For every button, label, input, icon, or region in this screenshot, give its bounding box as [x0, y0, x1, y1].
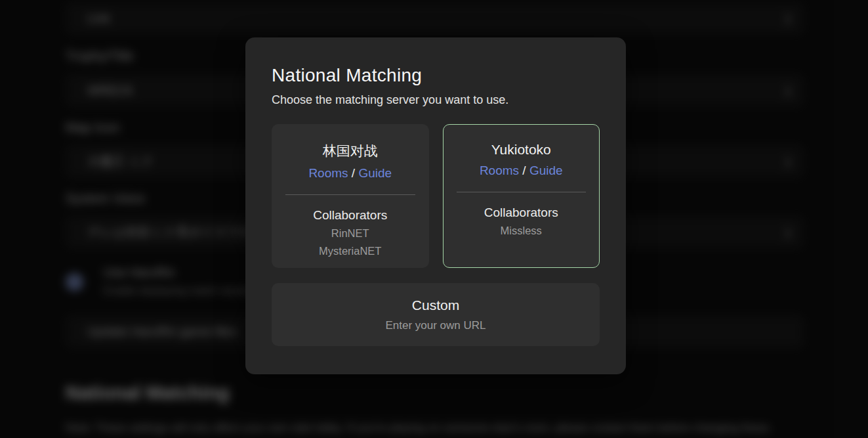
server-links: Rooms / Guide: [272, 166, 428, 181]
server-card-linguo[interactable]: 林国对战 Rooms / Guide Collaborators RinNET …: [272, 124, 429, 268]
server-name: 林国对战: [272, 142, 428, 160]
modal-title: National Matching: [272, 65, 600, 86]
modal-subtitle: Choose the matching server you want to u…: [272, 93, 600, 107]
custom-server-card[interactable]: Custom Enter your own URL: [272, 283, 600, 346]
collaborator-name: Missless: [444, 224, 600, 238]
guide-link[interactable]: Guide: [358, 166, 392, 180]
card-divider: [457, 192, 587, 192]
collaborator-name: MysteriaNET: [272, 244, 428, 258]
rooms-link[interactable]: Rooms: [480, 164, 519, 177]
server-options-grid: 林国对战 Rooms / Guide Collaborators RinNET …: [272, 124, 600, 268]
custom-card-title: Custom: [272, 297, 600, 313]
national-matching-modal: National Matching Choose the matching se…: [245, 37, 626, 374]
server-card-yukiotoko[interactable]: Yukiotoko Rooms / Guide Collaborators Mi…: [443, 124, 600, 268]
guide-link[interactable]: Guide: [529, 164, 563, 177]
collaborators-label: Collaborators: [444, 206, 600, 220]
card-divider: [285, 194, 415, 195]
custom-card-subtitle: Enter your own URL: [272, 319, 600, 332]
collaborator-name: RinNET: [272, 227, 428, 240]
server-links: Rooms / Guide: [444, 164, 600, 178]
link-separator: /: [519, 164, 529, 177]
link-separator: /: [348, 166, 359, 180]
server-name: Yukiotoko: [444, 142, 600, 158]
rooms-link[interactable]: Rooms: [308, 166, 348, 180]
collaborators-label: Collaborators: [272, 208, 428, 223]
